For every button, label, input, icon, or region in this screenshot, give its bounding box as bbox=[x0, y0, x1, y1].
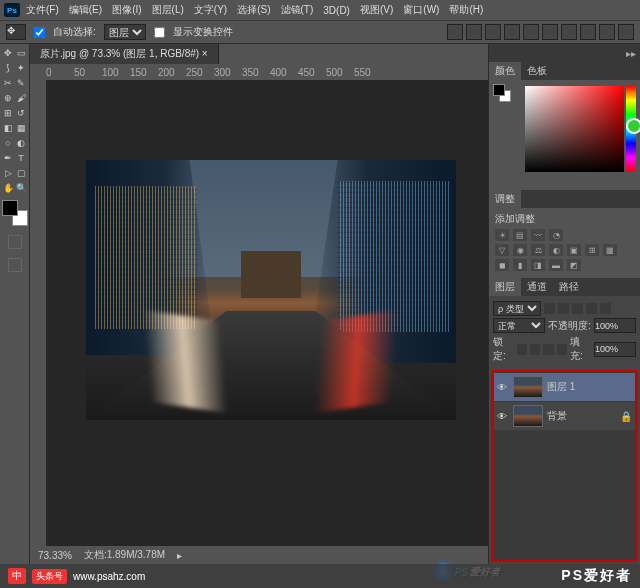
history-brush-tool[interactable]: ↺ bbox=[15, 106, 27, 120]
color-field[interactable] bbox=[525, 86, 624, 172]
curves-icon[interactable]: 〰 bbox=[531, 229, 545, 241]
filter-adjust-icon[interactable] bbox=[558, 303, 569, 314]
threshold-icon[interactable]: ◨ bbox=[531, 259, 545, 271]
mixer-icon[interactable]: ⊞ bbox=[585, 244, 599, 256]
filter-shape-icon[interactable] bbox=[586, 303, 597, 314]
tab-adjustments[interactable]: 调整 bbox=[489, 190, 521, 208]
layer-filter-kind[interactable]: ρ 类型 bbox=[493, 301, 541, 316]
zoom-tool[interactable]: 🔍 bbox=[15, 181, 27, 195]
eyedropper-tool[interactable]: ✎ bbox=[15, 76, 27, 90]
gradient-tool[interactable]: ▦ bbox=[15, 121, 27, 135]
menu-3d[interactable]: 3D(D) bbox=[319, 3, 354, 18]
heal-tool[interactable]: ⊕ bbox=[2, 91, 14, 105]
align-icon[interactable] bbox=[504, 24, 520, 40]
lock-trans-icon[interactable] bbox=[517, 344, 527, 355]
auto-select-label: 自动选择: bbox=[53, 25, 96, 39]
lock-all-icon[interactable] bbox=[557, 344, 567, 355]
auto-select-checkbox[interactable] bbox=[34, 27, 45, 38]
move-tool-preset-icon[interactable]: ✥ bbox=[6, 24, 26, 40]
brightness-icon[interactable]: ☀ bbox=[495, 229, 509, 241]
invert-icon[interactable]: ◼ bbox=[495, 259, 509, 271]
hand-tool[interactable]: ✋ bbox=[2, 181, 14, 195]
dodge-tool[interactable]: ◐ bbox=[15, 136, 27, 150]
vibrance-icon[interactable]: ▽ bbox=[495, 244, 509, 256]
type-tool[interactable]: T bbox=[15, 151, 27, 165]
auto-select-dropdown[interactable]: 图层 bbox=[104, 24, 146, 40]
selective-icon[interactable]: ◩ bbox=[567, 259, 581, 271]
wand-tool[interactable]: ✦ bbox=[15, 61, 27, 75]
menu-filter[interactable]: 滤镜(T) bbox=[277, 1, 318, 19]
menu-window[interactable]: 窗口(W) bbox=[399, 1, 443, 19]
blur-tool[interactable]: ○ bbox=[2, 136, 14, 150]
layer-name[interactable]: 背景 bbox=[547, 409, 567, 423]
opacity-field[interactable] bbox=[594, 318, 636, 333]
lasso-tool[interactable]: ⟆ bbox=[2, 61, 14, 75]
collapse-icon[interactable]: ▸▸ bbox=[626, 48, 636, 59]
tab-color[interactable]: 颜色 bbox=[489, 62, 521, 80]
align-icon[interactable] bbox=[466, 24, 482, 40]
align-icon[interactable] bbox=[523, 24, 539, 40]
zoom-level[interactable]: 73.33% bbox=[38, 550, 72, 561]
lock-pixel-icon[interactable] bbox=[530, 344, 540, 355]
filter-pixel-icon[interactable] bbox=[544, 303, 555, 314]
path-tool[interactable]: ▷ bbox=[2, 166, 14, 180]
menu-edit[interactable]: 编辑(E) bbox=[65, 1, 106, 19]
foreground-color[interactable] bbox=[2, 200, 18, 216]
visibility-icon[interactable]: 👁 bbox=[497, 411, 509, 422]
menu-select[interactable]: 选择(S) bbox=[233, 1, 274, 19]
show-transform-checkbox[interactable] bbox=[154, 27, 165, 38]
pen-tool[interactable]: ✒ bbox=[2, 151, 14, 165]
photo-filter-icon[interactable]: ▣ bbox=[567, 244, 581, 256]
menu-view[interactable]: 视图(V) bbox=[356, 1, 397, 19]
3d-mode-icon[interactable] bbox=[618, 24, 634, 40]
brush-tool[interactable]: 🖌 bbox=[15, 91, 27, 105]
posterize-icon[interactable]: ▮ bbox=[513, 259, 527, 271]
gradient-map-icon[interactable]: ▬ bbox=[549, 259, 563, 271]
tab-paths[interactable]: 路径 bbox=[553, 278, 585, 296]
menu-file[interactable]: 文件(F) bbox=[22, 1, 63, 19]
stamp-tool[interactable]: ⊞ bbox=[2, 106, 14, 120]
menu-help[interactable]: 帮助(H) bbox=[445, 1, 487, 19]
layer-name[interactable]: 图层 1 bbox=[547, 380, 575, 394]
distribute-icon[interactable] bbox=[561, 24, 577, 40]
layer-item[interactable]: 👁 图层 1 bbox=[494, 373, 635, 401]
tab-channels[interactable]: 通道 bbox=[521, 278, 553, 296]
align-icon[interactable] bbox=[542, 24, 558, 40]
distribute-icon[interactable] bbox=[599, 24, 615, 40]
balance-icon[interactable]: ⚖ bbox=[531, 244, 545, 256]
quickmask-icon[interactable] bbox=[8, 235, 22, 249]
filter-smart-icon[interactable] bbox=[600, 303, 611, 314]
fill-field[interactable] bbox=[594, 342, 636, 357]
filter-type-icon[interactable] bbox=[572, 303, 583, 314]
visibility-icon[interactable]: 👁 bbox=[497, 382, 509, 393]
document-tab[interactable]: 原片.jpg @ 73.3% (图层 1, RGB/8#) × bbox=[30, 44, 219, 64]
canvas[interactable] bbox=[46, 80, 488, 546]
layer-thumbnail[interactable] bbox=[513, 405, 543, 427]
bw-icon[interactable]: ◐ bbox=[549, 244, 563, 256]
layer-thumbnail[interactable] bbox=[513, 376, 543, 398]
eraser-tool[interactable]: ◧ bbox=[2, 121, 14, 135]
lookup-icon[interactable]: ▦ bbox=[603, 244, 617, 256]
distribute-icon[interactable] bbox=[580, 24, 596, 40]
menu-layer[interactable]: 图层(L) bbox=[148, 1, 188, 19]
move-tool[interactable]: ✥ bbox=[2, 46, 14, 60]
show-transform-label: 显示变换控件 bbox=[173, 25, 233, 39]
screenmode-icon[interactable] bbox=[8, 258, 22, 272]
marquee-tool[interactable]: ▭ bbox=[15, 46, 27, 60]
menu-image[interactable]: 图像(I) bbox=[108, 1, 145, 19]
crop-tool[interactable]: ✂ bbox=[2, 76, 14, 90]
layer-item[interactable]: 👁 背景 🔒 bbox=[494, 402, 635, 430]
menu-text[interactable]: 文字(Y) bbox=[190, 1, 231, 19]
exposure-icon[interactable]: ◔ bbox=[549, 229, 563, 241]
mini-swatches[interactable] bbox=[493, 84, 513, 104]
hue-icon[interactable]: ◉ bbox=[513, 244, 527, 256]
blend-mode-dropdown[interactable]: 正常 bbox=[493, 318, 545, 333]
tab-swatches[interactable]: 色板 bbox=[521, 62, 553, 80]
lock-pos-icon[interactable] bbox=[543, 344, 553, 355]
align-icon[interactable] bbox=[485, 24, 501, 40]
color-swatches[interactable] bbox=[2, 200, 28, 226]
align-icon[interactable] bbox=[447, 24, 463, 40]
levels-icon[interactable]: ▤ bbox=[513, 229, 527, 241]
tab-layers[interactable]: 图层 bbox=[489, 278, 521, 296]
shape-tool[interactable]: ▢ bbox=[15, 166, 27, 180]
